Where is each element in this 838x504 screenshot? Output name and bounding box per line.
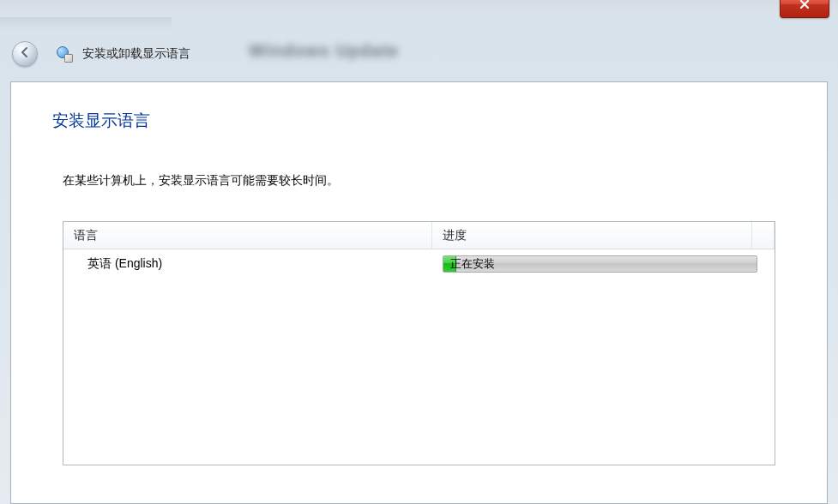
nav-title: 安装或卸载显示语言 [82, 46, 190, 62]
page-description: 在某些计算机上，安装显示语言可能需要较长时间。 [63, 173, 786, 189]
main-panel: 安装显示语言 在某些计算机上，安装显示语言可能需要较长时间。 语言 进度 英语 … [10, 81, 828, 504]
column-header-progress[interactable]: 进度 [432, 222, 752, 249]
table-row: 英语 (English) 正在安装 [63, 249, 775, 279]
language-table: 语言 进度 英语 (English) 正在安装 [63, 221, 775, 465]
progress-status-label: 正在安装 [450, 256, 495, 272]
language-pack-icon [57, 46, 72, 62]
navbar: 安装或卸载显示语言 [12, 38, 826, 70]
titlebar-shadow [0, 17, 172, 30]
column-header-language[interactable]: 语言 [63, 222, 432, 249]
background-window-title: Windows Update [249, 41, 399, 61]
column-header-spacer [752, 222, 775, 249]
close-icon [799, 0, 811, 14]
cell-language: 英语 (English) [63, 253, 432, 275]
page-heading: 安装显示语言 [52, 110, 786, 132]
close-button[interactable] [780, 0, 829, 18]
progress-bar: 正在安装 [443, 255, 757, 273]
cell-progress: 正在安装 [432, 252, 775, 276]
back-button[interactable] [12, 41, 38, 67]
arrow-left-icon [18, 45, 32, 63]
titlebar-fragment [0, 0, 838, 17]
table-header: 语言 进度 [63, 222, 775, 249]
